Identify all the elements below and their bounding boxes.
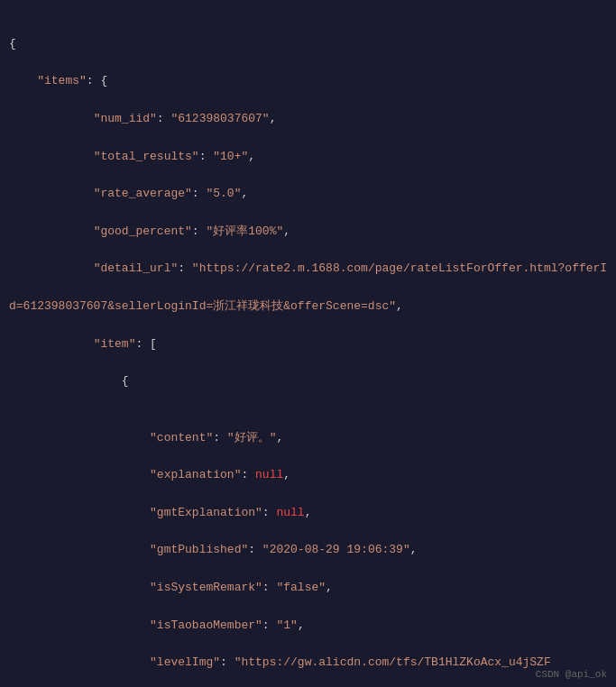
json-viewer: { "items": { "num_iid": "612398037607", … xyxy=(0,9,616,687)
watermark-text: CSDN @api_ok xyxy=(536,669,607,680)
